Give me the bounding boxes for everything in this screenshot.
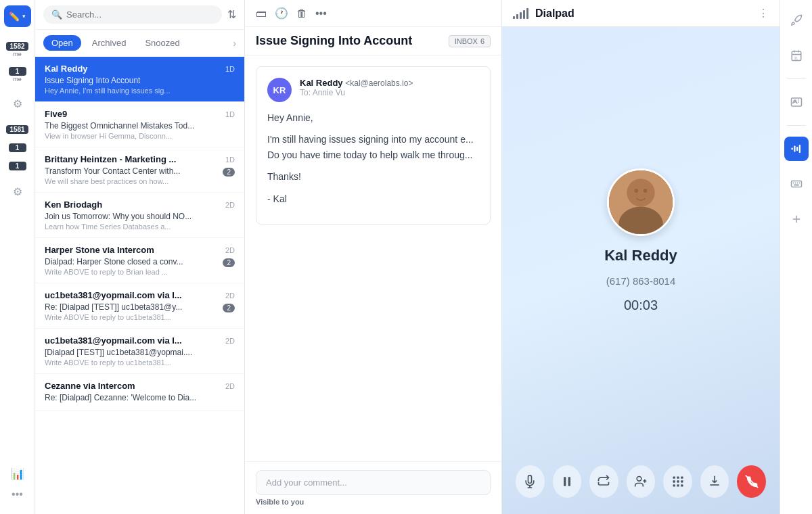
svg-rect-32 <box>798 145 800 153</box>
contact-card-icon[interactable] <box>784 90 809 114</box>
email-preview: We will share best practices on how... <box>45 177 235 185</box>
email-list-item[interactable]: uc1beta381@yopmail.com via I... 2D [Dial… <box>35 329 244 374</box>
archive-toolbar-icon[interactable]: 🗃 <box>256 7 267 20</box>
add-person-button[interactable] <box>627 465 656 498</box>
svg-rect-31 <box>796 147 798 151</box>
email-time: 2D <box>225 382 235 390</box>
email-sender: uc1beta381@yopmail.com via I... <box>45 335 182 346</box>
email-item-row: The Biggest Omnichannel Mistakes Tod... <box>45 121 235 132</box>
keyboard-icon[interactable] <box>784 172 809 196</box>
svg-point-1 <box>627 179 654 206</box>
bar-chart-icon[interactable]: 📊 <box>11 467 24 480</box>
more-toolbar-icon[interactable]: ••• <box>315 7 327 20</box>
rocket-icon[interactable] <box>784 8 809 32</box>
svg-rect-16 <box>677 480 679 482</box>
email-time: 1D <box>225 65 235 73</box>
email-from: Kal Reddy <kal@aerolabs.io> <box>300 78 413 88</box>
email-preview: Write ABOVE to reply to uc1beta381... <box>45 313 235 321</box>
search-input[interactable] <box>66 9 214 20</box>
contact-phone: (617) 863-8014 <box>606 275 676 287</box>
comment-input[interactable]: Add your comment... <box>256 470 491 495</box>
inbox-badge-label: INBOX 6 <box>449 35 491 47</box>
sidebar-item-inbox4[interactable]: 1 <box>0 139 35 156</box>
email-sender: Ken Briodagh <box>45 200 102 210</box>
svg-rect-12 <box>673 477 675 479</box>
three-dots-icon[interactable]: ⋮ <box>758 7 769 20</box>
signal-bar-5 <box>526 8 528 19</box>
keypad-button[interactable] <box>663 465 692 498</box>
phone-off-icon <box>745 475 759 488</box>
email-item-row: Join us Tomorrow: Why you should NO... <box>45 212 235 223</box>
gear-icon-bottom[interactable]: ⚙ <box>13 185 22 198</box>
email-list-item[interactable]: Ken Briodagh 2D Join us Tomorrow: Why yo… <box>35 193 244 238</box>
contact-avatar <box>607 168 675 236</box>
svg-rect-13 <box>677 477 679 479</box>
sidebar-item-inbox3[interactable]: 1581 <box>0 121 35 138</box>
email-card-meta: Kal Reddy <kal@aerolabs.io> To: Annie Vu <box>300 78 413 97</box>
signal-icon <box>513 8 528 19</box>
signal-bar-3 <box>520 12 522 19</box>
email-list-item[interactable]: uc1beta381@yopmail.com via I... 2D Re: [… <box>35 283 244 329</box>
email-item-row: Re: [Dialpad] Cezanne: 'Welcome to Dia..… <box>45 393 235 404</box>
email-list-item[interactable]: Cezanne via Intercom 2D Re: [Dialpad] Ce… <box>35 374 244 411</box>
tab-snoozed[interactable]: Snoozed <box>137 35 187 51</box>
more-button[interactable] <box>700 465 729 498</box>
search-box[interactable]: 🔍 <box>43 5 222 24</box>
email-sender: Brittany Heintzen - Marketing ... <box>45 154 176 164</box>
sidebar-item-inbox5[interactable]: 1 <box>0 158 35 174</box>
pause-icon <box>560 475 574 488</box>
email-list-item[interactable]: Harper Stone via Intercom 2D Dialpad: Ha… <box>35 238 244 283</box>
svg-rect-17 <box>681 480 683 482</box>
sender-avatar: KR <box>267 78 292 102</box>
divider <box>787 78 806 79</box>
email-message-area: KR Kal Reddy <kal@aerolabs.io> To: Annie… <box>245 55 501 461</box>
svg-rect-29 <box>791 148 792 150</box>
sidebar-item-inbox2[interactable]: 1 me <box>0 63 35 87</box>
more-options-icon[interactable]: ••• <box>12 488 23 500</box>
email-item-row: Issue Signing Into Account <box>45 76 235 87</box>
sort-icon[interactable]: ⇅ <box>227 8 236 21</box>
svg-point-9 <box>637 477 641 482</box>
email-sender: uc1beta381@yopmail.com via I... <box>45 290 182 300</box>
transfer-button[interactable] <box>589 465 618 498</box>
sidebar-item-inbox1[interactable]: 1582 me <box>0 38 35 62</box>
mute-button[interactable] <box>516 465 545 498</box>
email-subject-preview: The Biggest Omnichannel Mistakes Tod... <box>45 121 194 131</box>
email-comment-bar: Add your comment... Visible to you <box>245 461 501 514</box>
email-sender: Five9 <box>45 109 67 119</box>
svg-text:31: 31 <box>794 56 798 60</box>
sidebar-badge-section-2: 1581 1 1 <box>0 121 35 174</box>
add-icon[interactable] <box>784 207 809 231</box>
email-list-item[interactable]: Brittany Heintzen - Marketing ... 1D Tra… <box>35 147 244 193</box>
end-call-button[interactable] <box>737 465 766 498</box>
clock-toolbar-icon[interactable]: 🕐 <box>275 7 288 20</box>
email-list-item[interactable]: Kal Reddy 1D Issue Signing Into Account … <box>35 57 244 102</box>
avatar-initials: KR <box>273 85 286 95</box>
email-body-line-1: Hey Annie, <box>267 110 479 125</box>
email-time: 1D <box>225 156 235 164</box>
filter-chevron-icon[interactable]: › <box>233 38 236 49</box>
svg-point-4 <box>644 189 648 193</box>
email-item-row: Transform Your Contact Center with... 2 <box>45 166 235 177</box>
email-item-header: uc1beta381@yopmail.com via I... 2D <box>45 290 235 300</box>
inbox-label: INBOX <box>455 37 478 45</box>
calendar-icon[interactable]: 31 <box>784 43 809 68</box>
dialpad-header-left: Dialpad <box>513 7 574 20</box>
email-list-item[interactable]: Five9 1D The Biggest Omnichannel Mistake… <box>35 102 244 147</box>
hold-button[interactable] <box>553 465 582 498</box>
email-list-header: 🔍 ⇅ <box>35 0 244 30</box>
voice-wave-icon[interactable] <box>784 137 809 161</box>
email-sender: Cezanne via Intercom <box>45 381 135 391</box>
email-item-header: Brittany Heintzen - Marketing ... 1D <box>45 154 235 164</box>
contact-name: Kal Reddy <box>604 247 677 264</box>
inbox-badge-4: 1 <box>9 143 26 152</box>
compose-button[interactable]: ✏️ ▾ <box>4 5 31 27</box>
tab-open[interactable]: Open <box>43 35 81 51</box>
trash-toolbar-icon[interactable]: 🗑 <box>296 7 307 20</box>
email-item-header: Ken Briodagh 2D <box>45 200 235 210</box>
email-subject-preview: Re: [Dialpad] Cezanne: 'Welcome to Dia..… <box>45 393 196 402</box>
email-body-line-4: - Kal <box>267 191 479 206</box>
gear-icon-top[interactable]: ⚙ <box>13 97 22 110</box>
tab-archived[interactable]: Archived <box>84 35 135 51</box>
svg-rect-33 <box>791 181 801 187</box>
